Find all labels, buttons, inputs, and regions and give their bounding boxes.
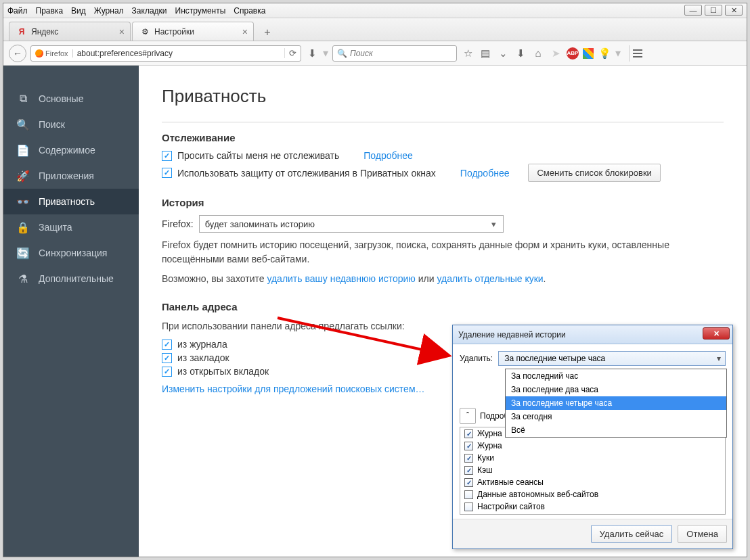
content-icon: 📄 [17,144,29,156]
clear-history-dialog: Удаление недавней истории ✕ Удалить: За … [452,325,733,549]
toolbar: ← Firefox ⟳ ⬇ ▾ 🔍 ☆ ▤ ⌄ ⬇ ⌂ ➤ ABP 💡 ▾ [3,41,747,66]
search-bar[interactable]: 🔍 [332,45,457,62]
divider [162,122,724,122]
dropdown-option[interactable]: За последние четыре часа [506,396,726,410]
checkbox-dnt[interactable]: ✓ [162,151,172,161]
history-description: Firefox будет помнить историю посещений,… [162,238,724,266]
reader-icon[interactable]: ▤ [479,47,492,60]
apps-icon[interactable] [583,48,594,59]
checkbox-from-opentabs[interactable]: ✓ [162,367,172,377]
menu-tools[interactable]: Инструменты [175,6,226,16]
menu-file[interactable]: Файл [7,6,28,16]
pocket-icon[interactable]: ⌄ [496,47,510,60]
sidebar-item-advanced[interactable]: ⚗Дополнительные [3,266,139,291]
yandex-icon: Я [16,26,27,37]
new-tab-button[interactable]: + [259,24,275,41]
tracking-protection-label: Использовать защиту от отслеживания в Пр… [177,168,436,179]
history-heading: История [162,197,724,208]
dialog-title: Удаление недавней истории [458,330,566,340]
checkbox-item[interactable] [464,442,473,450]
star-icon[interactable]: ☆ [461,47,475,60]
dropdown-option[interactable]: За сегодня [506,410,726,423]
details-toggle-button[interactable]: ˆ [460,408,476,424]
time-range-select[interactable]: За последние четыре часа [498,351,726,366]
menu-history[interactable]: Журнал [94,6,124,16]
tab-label: Настройки [154,27,194,37]
tab-strip: Я Яндекс × ⚙ Настройки × + [3,18,747,41]
checkbox-tracking-protection[interactable]: ✓ [162,168,172,178]
tracking-more-link[interactable]: Подробнее [460,168,510,179]
site-identity[interactable]: Firefox [31,49,73,57]
firefox-label: Firefox: [162,218,194,229]
checkbox-item[interactable] [464,478,473,487]
apps-icon: 🚀 [17,170,29,182]
dialog-titlebar[interactable]: Удаление недавней истории ✕ [453,325,732,344]
menu-edit[interactable]: Правка [36,6,64,16]
checkbox-from-bookmarks[interactable]: ✓ [162,353,172,363]
abp-icon[interactable]: ABP [567,47,579,60]
cancel-button[interactable]: Отмена [678,525,727,543]
checkbox-item[interactable] [464,490,473,499]
delete-now-button[interactable]: Удалить сейчас [591,525,673,543]
sync-icon: 🔄 [17,247,29,259]
search-input[interactable] [350,49,452,58]
history-links: Возможно, вы захотите удалить вашу недав… [162,272,724,286]
down-icon[interactable]: ⬇ [514,47,527,60]
delete-label: Удалить: [460,354,493,363]
checkbox-item[interactable] [464,454,473,463]
preferences-sidebar: ⧉Основные 🔍Поиск 📄Содержимое 🚀Приложения… [3,66,139,557]
clear-recent-history-link[interactable]: удалить вашу недавнюю историю [267,273,415,284]
sidebar-item-search[interactable]: 🔍Поиск [3,112,139,137]
menu-help[interactable]: Справка [234,6,265,16]
close-tab-icon[interactable]: × [242,26,248,37]
reload-button[interactable]: ⟳ [284,48,301,58]
time-range-dropdown: За последний час За последние два часа З… [505,369,727,438]
lights-icon[interactable]: 💡 [598,47,611,60]
close-button[interactable]: ✕ [725,5,743,16]
dialog-close-button[interactable]: ✕ [703,327,730,340]
dialog-footer: Удалить сейчас Отмена [453,519,732,549]
sidebar-item-security[interactable]: 🔒Защита [3,214,139,240]
send-icon[interactable]: ➤ [549,47,562,60]
tracking-heading: Отслеживание [162,132,724,143]
maximize-button[interactable]: ☐ [705,5,722,16]
dialog-body: Удалить: За последние четыре часа За пос… [453,344,732,519]
checkbox-item[interactable] [464,466,473,475]
url-bar[interactable]: Firefox ⟳ [30,45,301,62]
sidebar-item-sync[interactable]: 🔄Синхронизация [3,240,139,266]
search-icon: 🔍 [337,49,347,58]
tab-yandex[interactable]: Я Яндекс × [9,22,131,41]
clear-cookies-link[interactable]: удалить отдельные куки [437,273,543,284]
change-search-settings-link[interactable]: Изменить настройки для предложений поиск… [162,383,425,394]
menu-bookmarks[interactable]: Закладки [132,6,167,16]
checkbox-item[interactable] [464,503,473,511]
change-blocklist-button[interactable]: Сменить список блокировки [528,164,660,182]
sidebar-item-content[interactable]: 📄Содержимое [3,137,139,163]
lock-icon: 🔒 [17,221,29,233]
dropdown-option[interactable]: Всё [506,423,726,437]
tab-label: Яндекс [31,27,58,37]
download-button[interactable]: ⬇ [305,47,319,60]
dropdown-option[interactable]: За последний час [506,369,726,383]
sidebar-item-general[interactable]: ⧉Основные [3,86,139,112]
search-icon: 🔍 [17,118,29,131]
back-button[interactable]: ← [9,45,26,62]
home-icon[interactable]: ⌂ [531,47,545,60]
minimize-button[interactable]: — [684,5,702,16]
sidebar-item-privacy[interactable]: 👓Приватность [3,189,139,214]
history-mode-select[interactable]: будет запоминать историю [199,215,504,233]
close-tab-icon[interactable]: × [119,26,125,37]
advanced-icon: ⚗ [17,273,29,285]
checkbox-item[interactable] [464,429,473,438]
sidebar-item-apps[interactable]: 🚀Приложения [3,163,139,189]
dnt-more-link[interactable]: Подробнее [363,150,413,161]
details-list[interactable]: Журна Журна Куки Кэш Активные сеансы Дан… [460,427,726,515]
tab-settings[interactable]: ⚙ Настройки × [132,22,254,41]
hamburger-menu[interactable] [629,45,645,62]
checkbox-from-history[interactable]: ✓ [162,340,172,350]
addressbar-heading: Панель адреса [162,301,724,312]
general-icon: ⧉ [17,93,29,105]
url-input[interactable] [73,49,284,58]
menu-view[interactable]: Вид [71,6,86,16]
dropdown-option[interactable]: За последние два часа [506,383,726,396]
